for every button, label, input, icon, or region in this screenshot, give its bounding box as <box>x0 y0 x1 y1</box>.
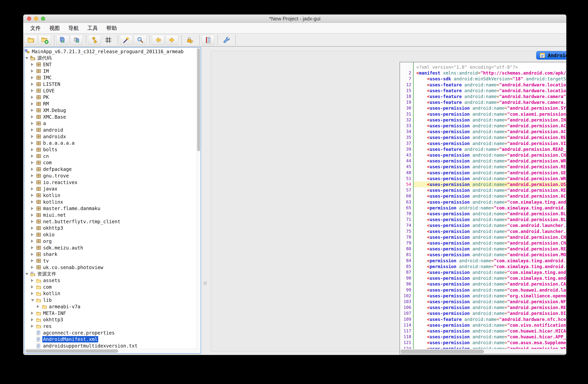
tree-item-AndroidManifest.xml[interactable]: AndroidManifest.xml <box>24 336 196 343</box>
code-line-12[interactable]: <uses-feature android:name="android.hard… <box>414 82 566 88</box>
expand-arrow-icon[interactable] <box>31 194 33 197</box>
tab-androidmanifest[interactable]: AndroidManifest.xml <box>536 51 566 60</box>
code-line-90[interactable]: <uses-permission android:name="com.ximal… <box>414 275 566 281</box>
code-line-54[interactable]: <uses-permission android:name="android.p… <box>414 182 566 187</box>
tree-item-IM[interactable]: IM <box>24 68 196 74</box>
expand-arrow-icon[interactable] <box>31 174 33 177</box>
code-line-57[interactable]: <uses-permission android:name="android.p… <box>414 187 566 193</box>
code-line-102[interactable]: <uses-permission android:name="org.simal… <box>414 293 566 299</box>
editor-horizontal-scrollbar-thumb[interactable] <box>400 350 484 353</box>
expand-arrow-icon[interactable] <box>31 325 33 328</box>
deobfuscation-wand-button[interactable] <box>120 35 133 45</box>
code-line-32[interactable]: <uses-permission android:name="android.p… <box>414 117 566 123</box>
code-line-31[interactable]: <uses-permission android:name="com.xiaom… <box>414 111 566 117</box>
collapse-arrow-icon[interactable] <box>25 57 28 59</box>
code-line-18[interactable]: <uses-feature android:name="android.hard… <box>414 94 566 99</box>
tree-item-okio[interactable]: okio <box>24 231 196 238</box>
open-file-button[interactable] <box>24 35 37 45</box>
tree-vertical-scrollbar-thumb[interactable] <box>197 48 200 151</box>
code-line-15[interactable]: <uses-feature android:name="android.hard… <box>414 88 566 94</box>
tree-item-IMC[interactable]: IMC <box>24 74 196 81</box>
nav-back-button[interactable] <box>152 35 165 45</box>
code-line-107[interactable]: <uses-permission android:name="android.p… <box>414 310 566 316</box>
expand-arrow-icon[interactable] <box>31 69 33 73</box>
code-line-114[interactable]: <uses-permission android:name="com.vivo.… <box>414 322 566 328</box>
tree-item-源代码[interactable]: 源代码 <box>24 55 196 61</box>
code-line-78[interactable]: <uses-permission android:name="android.p… <box>414 234 566 240</box>
expand-arrow-icon[interactable] <box>31 220 33 223</box>
tree-item-RM[interactable]: RM <box>24 101 196 107</box>
expand-arrow-icon[interactable] <box>31 318 33 321</box>
menu-item-0[interactable]: 文件 <box>26 23 45 33</box>
flatten-packages-button[interactable] <box>102 35 115 45</box>
expand-arrow-icon[interactable] <box>31 115 33 118</box>
tree-item-kotlinx[interactable]: kotlinx <box>24 199 196 205</box>
expand-arrow-icon[interactable] <box>31 63 33 66</box>
code-line-81[interactable]: <uses-permission android:name="android.p… <box>414 252 566 258</box>
export-file-button[interactable] <box>70 35 83 45</box>
expand-arrow-icon[interactable] <box>31 148 33 151</box>
tree-item-kotlin[interactable]: kotlin <box>24 290 196 297</box>
tree-item-okhttp3[interactable]: okhttp3 <box>24 317 196 323</box>
expand-arrow-icon[interactable] <box>31 154 33 158</box>
code-line-60[interactable]: <uses-permission android:name="android.p… <box>414 193 566 199</box>
code-line-79[interactable]: <uses-permission android:name="android.p… <box>414 240 566 246</box>
code-line-43[interactable]: <uses-permission android:name="android.p… <box>414 152 566 158</box>
code-line-75[interactable]: <uses-permission android:name="com.andro… <box>414 229 566 234</box>
collapse-arrow-icon[interactable] <box>31 299 34 301</box>
expand-arrow-icon[interactable] <box>31 168 33 171</box>
code-line-87[interactable]: <uses-permission android:name="com.ximal… <box>414 269 566 275</box>
code-line-1[interactable]: <?xml version="1.0" encoding="utf-8"?> <box>414 64 566 70</box>
tree-item-master.flame.danmaku[interactable]: master.flame.danmaku <box>24 205 196 212</box>
tree-item-a[interactable]: a <box>24 120 196 127</box>
tree-item-com[interactable]: com <box>24 159 196 166</box>
tree-item-io.reactivex[interactable]: io.reactivex <box>24 179 196 186</box>
menu-item-1[interactable]: 视图 <box>45 23 64 33</box>
code-line-35[interactable]: <uses-permission android:name="android.p… <box>414 134 566 140</box>
code-line-99[interactable]: <uses-permission android:name="com.huawe… <box>414 287 566 293</box>
code-line-85[interactable]: <permission android:name="com.ximalaya.t… <box>414 264 566 269</box>
code-line-34[interactable]: <uses-permission android:name="android.p… <box>414 129 566 134</box>
menu-item-2[interactable]: 导航 <box>64 23 83 33</box>
menu-item-3[interactable]: 工具 <box>83 23 102 33</box>
preferences-wrench-button[interactable] <box>220 35 232 45</box>
code-line-51[interactable]: <uses-permission android:name="android.p… <box>414 176 566 182</box>
code-line-44[interactable]: <uses-permission android:name="android.p… <box>414 158 566 164</box>
tree-item-b.a.a.a.a.a[interactable]: b.a.a.a.a.a <box>24 140 196 146</box>
expand-arrow-icon[interactable] <box>31 285 33 288</box>
code-line-118[interactable]: <uses-permission android:name="com.huawe… <box>414 334 566 340</box>
tree-item-bolts[interactable]: bolts <box>24 146 196 153</box>
tree-item-tv[interactable]: tv <box>24 257 196 264</box>
collapse-arrow-icon[interactable] <box>25 273 28 275</box>
code-line-124[interactable]: <uses-permission android:name="android.p… <box>414 346 566 349</box>
expand-arrow-icon[interactable] <box>31 233 33 236</box>
code-line-65[interactable]: <permission android:name="com.ximalaya.t… <box>414 205 566 211</box>
tree-item-LISTEN[interactable]: LISTEN <box>24 81 196 87</box>
tree-item-资源文件[interactable]: 010资源文件 <box>24 271 196 277</box>
tree-item-okhttp3[interactable]: okhttp3 <box>24 225 196 231</box>
expand-arrow-icon[interactable] <box>31 266 33 269</box>
tree-item-javax[interactable]: javax <box>24 186 196 192</box>
save-all-button[interactable] <box>56 35 69 45</box>
tree-item-sdk.meizu.auth[interactable]: sdk.meizu.auth <box>24 244 196 251</box>
expand-arrow-icon[interactable] <box>31 135 33 138</box>
expand-arrow-icon[interactable] <box>31 279 33 282</box>
code-line-63[interactable]: <uses-permission android:name="com.ximal… <box>414 199 566 205</box>
tree-item-XMC.Base[interactable]: XMC.Base <box>24 114 196 120</box>
expand-arrow-icon[interactable] <box>31 122 33 125</box>
expand-arrow-icon[interactable] <box>31 128 33 131</box>
tree-item-cn[interactable]: cn <box>24 153 196 159</box>
code-line-117[interactable]: <uses-permission android:name="com.huawe… <box>414 328 566 334</box>
code-line-74[interactable]: <uses-permission android:name="com.andro… <box>414 222 566 228</box>
code-line-71[interactable]: <uses-permission android:name="android.p… <box>414 217 566 222</box>
tree-item-agconnect-core.properties[interactable]: agconnect-core.properties <box>24 329 196 336</box>
tree-item-armeabi-v7a[interactable]: armeabi-v7a <box>24 303 196 310</box>
code-line-45[interactable]: <uses-permission android:name="android.p… <box>414 164 566 170</box>
expand-arrow-icon[interactable] <box>37 305 39 308</box>
tree-item-META-INF[interactable]: META-INF <box>24 310 196 317</box>
add-files-button[interactable] <box>38 35 51 45</box>
expand-arrow-icon[interactable] <box>31 142 33 145</box>
tree-vertical-scrollbar[interactable] <box>196 48 201 349</box>
expand-arrow-icon[interactable] <box>31 259 33 262</box>
expand-arrow-icon[interactable] <box>31 181 33 184</box>
